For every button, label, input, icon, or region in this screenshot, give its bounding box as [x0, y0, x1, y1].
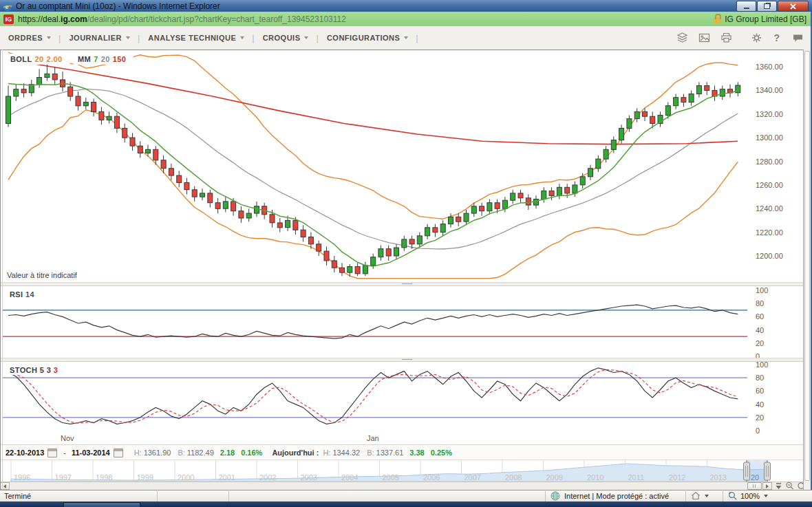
menu-analyse-technique[interactable]: ANALYSE TECHNIQUE: [148, 34, 244, 42]
date-to-field[interactable]: 11-03-2014: [72, 449, 110, 457]
y-tick-label: 80: [756, 374, 764, 382]
year-label: 2000: [178, 473, 194, 482]
minimize-button[interactable]: [736, 1, 756, 12]
rsi-panel: 100806040200 RSI 14: [0, 286, 804, 358]
menu-croquis[interactable]: CROQUIS: [263, 34, 309, 42]
chevron-down-icon: [764, 495, 768, 497]
status-bar: Terminé Internet | Mode protégé : activé…: [0, 490, 812, 502]
feedback-icon[interactable]: [792, 32, 804, 43]
year-label: 2010: [587, 473, 603, 482]
period-change-pct: 0.16%: [241, 449, 262, 457]
arrow-right-icon: [766, 484, 769, 488]
range-separator: -: [63, 449, 66, 457]
y-tick-label: 80: [756, 299, 764, 308]
window-title: Or au comptant Mini (10oz) - Windows Int…: [16, 1, 220, 11]
image-icon[interactable]: [698, 32, 710, 43]
scrollbar-thumb[interactable]: [804, 51, 810, 481]
scroll-right-button[interactable]: [762, 482, 772, 490]
chevron-down-icon: [304, 36, 308, 39]
calendar-icon[interactable]: [47, 449, 57, 457]
year-label: 2001: [219, 473, 235, 482]
y-tick-label: 1300.00: [756, 133, 783, 142]
menu-ordres[interactable]: ORDRES: [8, 34, 51, 42]
close-button[interactable]: [778, 1, 809, 12]
bollinger-legend: BOLL202.00: [6, 54, 70, 65]
title-bar: e Or au comptant Mini (10oz) - Windows I…: [0, 0, 812, 12]
year-label: 2012: [669, 473, 685, 482]
y-tick-label: 0: [756, 427, 760, 433]
year-label: 2004: [341, 473, 358, 482]
home-icon: [691, 491, 701, 500]
security-badge[interactable]: IG Group Limited [GB]: [714, 14, 806, 24]
y-tick-label: 1260.00: [756, 181, 783, 189]
timeline-handle-right[interactable]: [765, 462, 771, 480]
help-icon[interactable]: ?: [773, 32, 782, 43]
year-label: 2007: [464, 473, 481, 482]
y-tick-label: 1220.00: [756, 228, 783, 237]
rsi-label: RSI 14: [6, 290, 39, 299]
price-chart-canvas[interactable]: 1360.001340.001320.001300.001280.001260.…: [0, 51, 804, 282]
year-label: 2013: [710, 473, 727, 482]
page-options-button[interactable]: [691, 491, 709, 500]
chevron-down-icon: [240, 36, 244, 39]
lock-icon: [714, 17, 721, 23]
year-label: 1998: [96, 473, 112, 482]
chevron-down-icon: [404, 36, 408, 39]
stochastic-canvas[interactable]: 100806040200: [0, 362, 804, 433]
today-high: 1344.32: [332, 449, 360, 457]
timeline-navigator[interactable]: 1996199719981999200020012002200320042005…: [0, 460, 804, 482]
globe-icon: [551, 491, 560, 501]
period-high: 1361.90: [144, 449, 171, 457]
y-tick-label: 60: [756, 387, 764, 395]
year-label: 2011: [628, 473, 645, 482]
moving-average-legend: MM720150: [73, 54, 133, 65]
rsi-canvas[interactable]: 100806040200: [0, 286, 804, 358]
layers-icon[interactable]: [676, 32, 688, 43]
menu-bar: ORDRES| JOURNALIER| ANALYSE TECHNIQUE| C…: [0, 26, 812, 50]
taskbar-strip: [0, 501, 812, 507]
security-zone[interactable]: Internet | Mode protégé : activé: [551, 491, 669, 501]
year-label: 1997: [55, 473, 72, 482]
calendar-icon[interactable]: [114, 449, 123, 457]
restore-button[interactable]: [757, 1, 777, 12]
disclaimer-text: Valeur à titre indicatif: [7, 271, 77, 279]
date-from-field[interactable]: 22-10-2013: [6, 449, 44, 457]
y-tick-label: 100: [756, 286, 768, 294]
chart-info-bar: 22-10-2013 - 11-03-2014 H: 1361.90 B: 11…: [0, 444, 804, 460]
chevron-down-icon: [705, 495, 709, 497]
year-label: 1999: [137, 473, 153, 482]
year-label: 2009: [546, 473, 563, 482]
high-label: H:: [134, 449, 142, 457]
chevron-down-icon: [126, 36, 130, 39]
certificate-owner: IG Group Limited [GB]: [725, 14, 806, 24]
y-tick-label: 40: [756, 400, 764, 409]
today-change: 3.38: [409, 449, 424, 457]
zoom-control[interactable]: 100%: [728, 491, 768, 500]
y-tick-label: 1240.00: [756, 204, 783, 213]
y-tick-label: 1360.00: [756, 63, 783, 71]
y-tick-label: 1280.00: [756, 158, 783, 166]
printer-icon[interactable]: [720, 32, 732, 43]
y-tick-label: 0: [756, 352, 760, 358]
vertical-scrollbar[interactable]: [804, 50, 811, 490]
timeline-canvas[interactable]: 1996199719981999200020012002200320042005…: [0, 460, 804, 482]
url-path: /dealing/pd/chart/tickchart.jsp?chartKey…: [87, 14, 346, 24]
url-domain: ig.com: [61, 14, 87, 24]
zone-text: Internet | Mode protégé : activé: [564, 492, 669, 500]
scrollbar-thumb[interactable]: [747, 482, 762, 490]
url-field[interactable]: https://deal.ig.com/dealing/pd/chart/tic…: [18, 14, 714, 24]
chevron-down-icon: [47, 36, 51, 39]
ig-favicon: IG: [3, 14, 14, 24]
today-high-label: H:: [323, 449, 330, 457]
arrow-left-icon: [3, 484, 6, 488]
settings-icon[interactable]: [751, 32, 762, 43]
y-tick-label: 1320.00: [756, 110, 783, 118]
menu-configurations[interactable]: CONFIGURATIONS: [327, 34, 408, 42]
taskbar-button[interactable]: [63, 502, 140, 507]
year-label: 2002: [259, 473, 276, 482]
timeline-handle-left[interactable]: [744, 462, 750, 480]
y-tick-label: 40: [756, 326, 764, 334]
menu-journalier[interactable]: JOURNALIER: [69, 34, 130, 42]
year-label: 2008: [505, 473, 522, 482]
chart-left-border: [2, 50, 3, 490]
